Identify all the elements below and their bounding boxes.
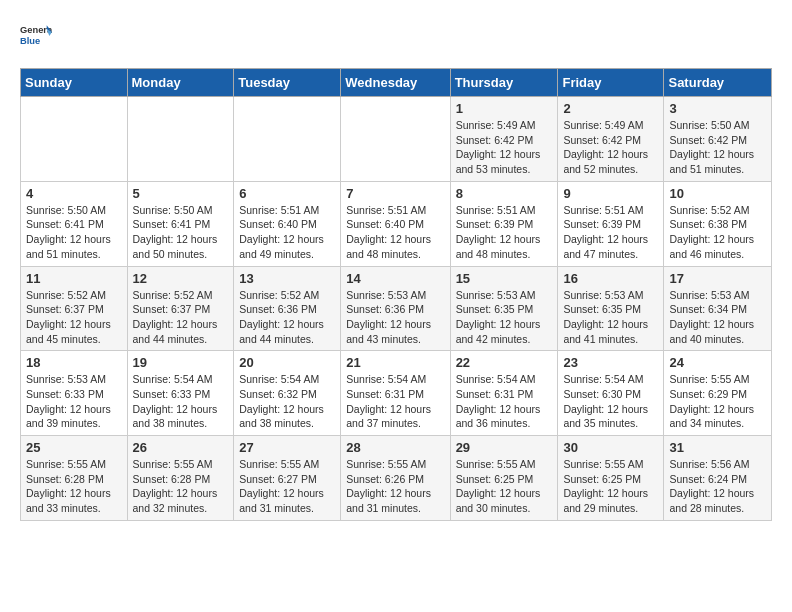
- day-info: Sunrise: 5:51 AM Sunset: 6:39 PM Dayligh…: [456, 203, 553, 262]
- weekday-header-tuesday: Tuesday: [234, 69, 341, 97]
- day-info: Sunrise: 5:52 AM Sunset: 6:37 PM Dayligh…: [26, 288, 122, 347]
- day-number: 4: [26, 186, 122, 201]
- day-info: Sunrise: 5:56 AM Sunset: 6:24 PM Dayligh…: [669, 457, 766, 516]
- day-info: Sunrise: 5:54 AM Sunset: 6:33 PM Dayligh…: [133, 372, 229, 431]
- calendar-cell: 29Sunrise: 5:55 AM Sunset: 6:25 PM Dayli…: [450, 436, 558, 521]
- day-number: 20: [239, 355, 335, 370]
- day-info: Sunrise: 5:50 AM Sunset: 6:42 PM Dayligh…: [669, 118, 766, 177]
- day-info: Sunrise: 5:55 AM Sunset: 6:25 PM Dayligh…: [456, 457, 553, 516]
- day-info: Sunrise: 5:52 AM Sunset: 6:37 PM Dayligh…: [133, 288, 229, 347]
- calendar-cell: 1Sunrise: 5:49 AM Sunset: 6:42 PM Daylig…: [450, 97, 558, 182]
- day-info: Sunrise: 5:53 AM Sunset: 6:34 PM Dayligh…: [669, 288, 766, 347]
- day-info: Sunrise: 5:54 AM Sunset: 6:30 PM Dayligh…: [563, 372, 658, 431]
- day-number: 19: [133, 355, 229, 370]
- day-number: 31: [669, 440, 766, 455]
- calendar-cell: 15Sunrise: 5:53 AM Sunset: 6:35 PM Dayli…: [450, 266, 558, 351]
- calendar-cell: 26Sunrise: 5:55 AM Sunset: 6:28 PM Dayli…: [127, 436, 234, 521]
- day-info: Sunrise: 5:49 AM Sunset: 6:42 PM Dayligh…: [563, 118, 658, 177]
- day-info: Sunrise: 5:55 AM Sunset: 6:28 PM Dayligh…: [133, 457, 229, 516]
- day-number: 12: [133, 271, 229, 286]
- calendar-cell: 30Sunrise: 5:55 AM Sunset: 6:25 PM Dayli…: [558, 436, 664, 521]
- calendar-cell: 10Sunrise: 5:52 AM Sunset: 6:38 PM Dayli…: [664, 181, 772, 266]
- day-number: 11: [26, 271, 122, 286]
- calendar-cell: 4Sunrise: 5:50 AM Sunset: 6:41 PM Daylig…: [21, 181, 128, 266]
- calendar-cell: 20Sunrise: 5:54 AM Sunset: 6:32 PM Dayli…: [234, 351, 341, 436]
- calendar-week-2: 4Sunrise: 5:50 AM Sunset: 6:41 PM Daylig…: [21, 181, 772, 266]
- calendar-week-5: 25Sunrise: 5:55 AM Sunset: 6:28 PM Dayli…: [21, 436, 772, 521]
- weekday-header-row: SundayMondayTuesdayWednesdayThursdayFrid…: [21, 69, 772, 97]
- svg-text:Blue: Blue: [20, 36, 40, 46]
- day-info: Sunrise: 5:53 AM Sunset: 6:36 PM Dayligh…: [346, 288, 444, 347]
- day-number: 30: [563, 440, 658, 455]
- day-number: 17: [669, 271, 766, 286]
- calendar-table: SundayMondayTuesdayWednesdayThursdayFrid…: [20, 68, 772, 521]
- calendar-week-4: 18Sunrise: 5:53 AM Sunset: 6:33 PM Dayli…: [21, 351, 772, 436]
- day-info: Sunrise: 5:55 AM Sunset: 6:26 PM Dayligh…: [346, 457, 444, 516]
- day-number: 18: [26, 355, 122, 370]
- day-info: Sunrise: 5:55 AM Sunset: 6:28 PM Dayligh…: [26, 457, 122, 516]
- calendar-cell: 11Sunrise: 5:52 AM Sunset: 6:37 PM Dayli…: [21, 266, 128, 351]
- calendar-cell: 6Sunrise: 5:51 AM Sunset: 6:40 PM Daylig…: [234, 181, 341, 266]
- calendar-cell: 19Sunrise: 5:54 AM Sunset: 6:33 PM Dayli…: [127, 351, 234, 436]
- day-number: 14: [346, 271, 444, 286]
- calendar-cell: [234, 97, 341, 182]
- page-header: General Blue: [20, 20, 772, 52]
- calendar-week-3: 11Sunrise: 5:52 AM Sunset: 6:37 PM Dayli…: [21, 266, 772, 351]
- day-number: 16: [563, 271, 658, 286]
- calendar-cell: 13Sunrise: 5:52 AM Sunset: 6:36 PM Dayli…: [234, 266, 341, 351]
- calendar-cell: 22Sunrise: 5:54 AM Sunset: 6:31 PM Dayli…: [450, 351, 558, 436]
- calendar-cell: 9Sunrise: 5:51 AM Sunset: 6:39 PM Daylig…: [558, 181, 664, 266]
- weekday-header-monday: Monday: [127, 69, 234, 97]
- day-info: Sunrise: 5:51 AM Sunset: 6:40 PM Dayligh…: [239, 203, 335, 262]
- day-number: 5: [133, 186, 229, 201]
- day-number: 24: [669, 355, 766, 370]
- weekday-header-saturday: Saturday: [664, 69, 772, 97]
- day-number: 23: [563, 355, 658, 370]
- calendar-cell: 12Sunrise: 5:52 AM Sunset: 6:37 PM Dayli…: [127, 266, 234, 351]
- calendar-cell: [341, 97, 450, 182]
- day-number: 25: [26, 440, 122, 455]
- day-info: Sunrise: 5:53 AM Sunset: 6:33 PM Dayligh…: [26, 372, 122, 431]
- calendar-cell: 14Sunrise: 5:53 AM Sunset: 6:36 PM Dayli…: [341, 266, 450, 351]
- calendar-cell: [127, 97, 234, 182]
- weekday-header-sunday: Sunday: [21, 69, 128, 97]
- calendar-cell: 7Sunrise: 5:51 AM Sunset: 6:40 PM Daylig…: [341, 181, 450, 266]
- day-number: 15: [456, 271, 553, 286]
- calendar-cell: 17Sunrise: 5:53 AM Sunset: 6:34 PM Dayli…: [664, 266, 772, 351]
- day-info: Sunrise: 5:55 AM Sunset: 6:25 PM Dayligh…: [563, 457, 658, 516]
- day-info: Sunrise: 5:49 AM Sunset: 6:42 PM Dayligh…: [456, 118, 553, 177]
- calendar-cell: 27Sunrise: 5:55 AM Sunset: 6:27 PM Dayli…: [234, 436, 341, 521]
- day-number: 26: [133, 440, 229, 455]
- day-info: Sunrise: 5:53 AM Sunset: 6:35 PM Dayligh…: [563, 288, 658, 347]
- day-number: 7: [346, 186, 444, 201]
- generalblue-logo-icon: General Blue: [20, 20, 52, 52]
- day-number: 9: [563, 186, 658, 201]
- day-info: Sunrise: 5:50 AM Sunset: 6:41 PM Dayligh…: [26, 203, 122, 262]
- calendar-cell: 18Sunrise: 5:53 AM Sunset: 6:33 PM Dayli…: [21, 351, 128, 436]
- day-number: 10: [669, 186, 766, 201]
- day-number: 6: [239, 186, 335, 201]
- day-info: Sunrise: 5:52 AM Sunset: 6:36 PM Dayligh…: [239, 288, 335, 347]
- calendar-cell: 23Sunrise: 5:54 AM Sunset: 6:30 PM Dayli…: [558, 351, 664, 436]
- day-info: Sunrise: 5:55 AM Sunset: 6:29 PM Dayligh…: [669, 372, 766, 431]
- calendar-cell: 3Sunrise: 5:50 AM Sunset: 6:42 PM Daylig…: [664, 97, 772, 182]
- day-info: Sunrise: 5:51 AM Sunset: 6:39 PM Dayligh…: [563, 203, 658, 262]
- day-info: Sunrise: 5:54 AM Sunset: 6:31 PM Dayligh…: [346, 372, 444, 431]
- day-number: 29: [456, 440, 553, 455]
- day-number: 27: [239, 440, 335, 455]
- weekday-header-thursday: Thursday: [450, 69, 558, 97]
- weekday-header-wednesday: Wednesday: [341, 69, 450, 97]
- day-number: 2: [563, 101, 658, 116]
- day-number: 3: [669, 101, 766, 116]
- day-number: 22: [456, 355, 553, 370]
- day-number: 8: [456, 186, 553, 201]
- calendar-cell: 25Sunrise: 5:55 AM Sunset: 6:28 PM Dayli…: [21, 436, 128, 521]
- calendar-week-1: 1Sunrise: 5:49 AM Sunset: 6:42 PM Daylig…: [21, 97, 772, 182]
- day-info: Sunrise: 5:52 AM Sunset: 6:38 PM Dayligh…: [669, 203, 766, 262]
- day-number: 13: [239, 271, 335, 286]
- day-info: Sunrise: 5:54 AM Sunset: 6:32 PM Dayligh…: [239, 372, 335, 431]
- weekday-header-friday: Friday: [558, 69, 664, 97]
- calendar-cell: 21Sunrise: 5:54 AM Sunset: 6:31 PM Dayli…: [341, 351, 450, 436]
- calendar-cell: 28Sunrise: 5:55 AM Sunset: 6:26 PM Dayli…: [341, 436, 450, 521]
- day-number: 28: [346, 440, 444, 455]
